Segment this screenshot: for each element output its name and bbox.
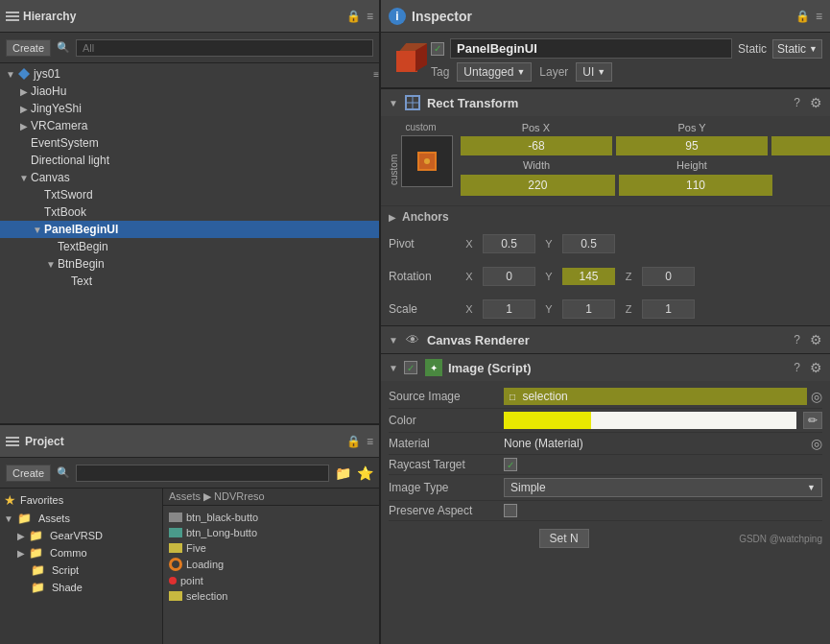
canvas-renderer-header[interactable]: ▼ 👁 Canvas Renderer ? ⚙ <box>381 326 830 353</box>
hierarchy-menu-icon[interactable]: ≡ <box>367 10 373 23</box>
tag-dropdown[interactable]: Untagged ▼ <box>457 62 532 82</box>
file-item-five[interactable]: Five <box>167 540 375 556</box>
color-edit-button[interactable]: ✏ <box>803 412 822 429</box>
gsdn-watermark: GSDN @watchping <box>739 534 822 544</box>
object-active-checkbox[interactable] <box>431 42 444 56</box>
canvas-renderer-settings-icon[interactable]: ⚙ <box>810 332 822 347</box>
project-lock-icon[interactable]: 🔒 <box>346 435 361 448</box>
rotation-y-input[interactable] <box>562 268 615 285</box>
hierarchy-lock-icon[interactable]: 🔒 <box>346 10 361 23</box>
file-item-selection[interactable]: selection <box>167 588 375 604</box>
static-arrow-icon: ▼ <box>809 44 818 54</box>
preserve-checkbox[interactable] <box>504 504 517 517</box>
source-image-value[interactable]: □ selection <box>504 388 807 405</box>
canvas-renderer-help-icon[interactable]: ? <box>794 333 800 346</box>
raycast-checkbox[interactable] <box>504 458 517 471</box>
tree-item-eventsystem[interactable]: EventSystem <box>0 134 379 152</box>
pivot-section: Pivot X Y <box>381 227 830 260</box>
raycast-row: Raycast Target <box>389 455 822 475</box>
inspector-header: i Inspector 🔒 ≡ <box>381 0 830 33</box>
svg-rect-2 <box>6 19 19 21</box>
preserve-row: Preserve Aspect <box>389 501 822 521</box>
object-name-input[interactable] <box>450 38 732 59</box>
scale-section: Scale X Y Z <box>381 293 830 325</box>
file-item-btn-black[interactable]: btn_black-butto <box>167 510 375 525</box>
gearvr-arrow-icon: ▶ <box>17 531 25 541</box>
scale-x-input[interactable] <box>483 299 535 319</box>
tree-item-textbegin[interactable]: TextBegin <box>0 238 379 255</box>
rotation-x-input[interactable] <box>483 267 535 286</box>
inspector-info-icon: i <box>389 8 406 25</box>
tree-item-panelbeginui[interactable]: ▼ PanelBeginUI <box>0 221 379 238</box>
proj-item-favorites[interactable]: ★ Favorites <box>0 490 162 510</box>
source-image-circle-icon[interactable]: ◎ <box>811 389 822 404</box>
rect-transform-help-icon[interactable]: ? <box>794 96 800 109</box>
file-item-point[interactable]: point <box>167 573 375 588</box>
anchors-arrow-icon: ▶ <box>389 212 396 223</box>
image-script-header[interactable]: ▼ ✦ Image (Script) ? ⚙ <box>381 354 830 381</box>
hierarchy-create-button[interactable]: Create <box>6 39 51 57</box>
image-body: Source Image □ selection ◎ Color ✏ <box>381 381 830 560</box>
material-circle-icon[interactable]: ◎ <box>811 436 822 451</box>
static-dropdown[interactable]: Static ▼ <box>772 39 822 59</box>
color-swatch[interactable] <box>504 412 796 429</box>
left-panel: Hierarchy 🔒 ≡ Create 🔍 ▼ jys01 ≡ <box>0 0 379 644</box>
proj-item-gearvr[interactable]: ▶ 📁 GearVRSD <box>0 527 162 544</box>
tree-item-jiaohu[interactable]: ▶ JiaoHu <box>0 83 379 100</box>
tree-item-jys01[interactable]: ▼ jys01 ≡ <box>0 65 379 83</box>
rect-transform-diagram[interactable] <box>401 135 453 187</box>
tree-item-jingyeshi[interactable]: ▶ JingYeShi <box>0 100 379 117</box>
canvas-renderer-arrow-icon: ▼ <box>389 335 398 346</box>
tree-item-txtbook[interactable]: TxtBook <box>0 203 379 221</box>
project-menu-icon[interactable]: ≡ <box>367 435 373 448</box>
rect-transform-settings-icon[interactable]: ⚙ <box>810 95 822 110</box>
layer-value: UI <box>582 65 594 79</box>
tree-label-btnbegin: BtnBegin <box>58 257 105 271</box>
tree-item-canvas[interactable]: ▼ Canvas <box>0 169 379 186</box>
btn-long-icon <box>169 528 182 537</box>
layer-dropdown[interactable]: UI ▼ <box>576 62 612 82</box>
tree-label-jiaohu: JiaoHu <box>31 84 66 98</box>
tree-item-vrcamera[interactable]: ▶ VRCamera <box>0 117 379 134</box>
project-create-button[interactable]: Create <box>6 465 51 482</box>
image-script-settings-icon[interactable]: ⚙ <box>810 360 822 375</box>
height-input[interactable] <box>619 175 773 196</box>
pos-z-input[interactable] <box>771 136 830 155</box>
proj-item-commo[interactable]: ▶ 📁 Commo <box>0 544 162 561</box>
scale-y-label: Y <box>539 303 558 315</box>
inspector-lock-icon[interactable]: 🔒 <box>795 10 810 23</box>
tree-item-directionallight[interactable]: Directional light <box>0 152 379 169</box>
tree-item-text[interactable]: Text <box>0 273 379 290</box>
rect-transform-header[interactable]: ▼ Rect Transform ? ⚙ <box>381 89 830 116</box>
proj-item-script[interactable]: 📁 Script <box>0 561 162 579</box>
pos-y-input[interactable] <box>616 136 768 155</box>
image-script-help-icon[interactable]: ? <box>794 361 800 374</box>
tag-label: Tag <box>431 65 449 79</box>
rotation-z-label: Z <box>619 271 638 282</box>
canvas-renderer-title: Canvas Renderer <box>427 333 788 347</box>
file-item-loading[interactable]: Loading <box>167 556 375 573</box>
anchors-label: Anchors <box>402 210 449 224</box>
proj-item-assets[interactable]: ▼ 📁 Assets <box>0 510 162 527</box>
proj-item-shade[interactable]: 📁 Shade <box>0 579 162 596</box>
set-n-button[interactable]: Set N <box>539 529 589 548</box>
pivot-x-input[interactable] <box>483 234 535 253</box>
hierarchy-search-input[interactable] <box>76 39 373 57</box>
project-search-input[interactable] <box>76 465 329 482</box>
scale-y-input[interactable] <box>562 299 615 319</box>
pivot-y-input[interactable] <box>562 234 615 253</box>
tree-item-txtsword[interactable]: TxtSword <box>0 186 379 203</box>
pos-x-input[interactable] <box>461 136 612 155</box>
inspector-menu-icon[interactable]: ≡ <box>816 10 822 23</box>
tree-item-btnbegin[interactable]: ▼ BtnBegin <box>0 255 379 273</box>
svg-marker-3 <box>18 68 30 80</box>
width-input[interactable] <box>461 175 615 196</box>
image-type-dropdown[interactable]: Simple ▼ <box>504 478 822 497</box>
image-script-active-checkbox[interactable] <box>404 361 417 374</box>
tag-arrow-icon: ▼ <box>516 67 525 77</box>
scale-z-input[interactable] <box>642 299 695 319</box>
rotation-z-input[interactable] <box>642 267 695 286</box>
file-item-btn-long[interactable]: btn_Long-butto <box>167 525 375 540</box>
scale-x-label: X <box>460 303 479 315</box>
color-row: Color ✏ <box>389 409 822 433</box>
